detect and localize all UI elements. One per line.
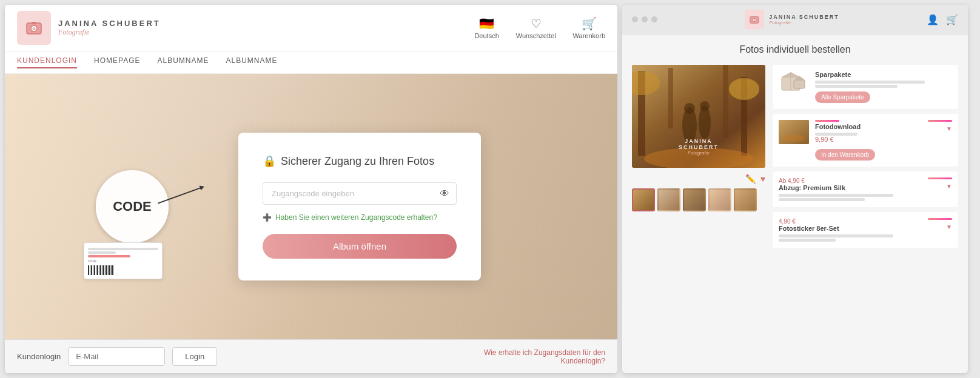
sparpakete-title: Sparpakete — [815, 71, 952, 78]
expand-icon[interactable]: ▼ — [946, 125, 952, 132]
expand-icon-sticker[interactable]: ▼ — [946, 224, 952, 230]
logo-area: JANINA SCHUBERT Fotografie — [17, 11, 161, 45]
premium-silk-title: Abzug: Premium Silk — [779, 184, 922, 191]
thumbnail-5[interactable] — [734, 188, 757, 211]
right-header: JANINA SCHUBERT Fotografie 👤 🛒 — [622, 5, 968, 35]
thumbnail-3[interactable] — [683, 188, 706, 211]
right-header-icons: 👤 🛒 — [927, 14, 958, 25]
right-content: Fotos individuell bestellen — [622, 35, 968, 373]
right-brand-subtitle: Fotografie — [769, 20, 839, 25]
right-logo-area: JANINA SCHUBERT Fotografie — [745, 10, 839, 29]
thumbnail-strip — [632, 188, 765, 211]
code-card: CODE — [84, 242, 163, 279]
line-1 — [779, 234, 893, 237]
background-area: CODE CODE 🔒 S — [5, 74, 617, 339]
fotodownload-image — [779, 120, 809, 144]
open-album-button[interactable]: Album öffnen — [263, 234, 457, 259]
footer-login-button[interactable]: Login — [172, 347, 217, 366]
alle-sparpakete-button[interactable]: Alle Sparpakete — [815, 91, 870, 103]
footer-login-area: Kundenlogin Login — [17, 347, 217, 366]
user-icon[interactable]: 👤 — [927, 14, 939, 25]
right-brand-text: JANINA SCHUBERT Fotografie — [769, 14, 839, 25]
footer-help-text: Wie erhalte ich Zugangsdaten für den Kun… — [484, 348, 605, 365]
product-right: Sparpakete Alle Sparpakete — [773, 65, 958, 253]
header-right: 🇩🇪 Deutsch ♡ Wunschzettel 🛒 Warenkorb — [474, 16, 605, 39]
cart-icon-right[interactable]: 🛒 — [946, 14, 958, 25]
product-card-premium-silk: Ab 4,90 € Abzug: Premium Silk ▼ — [773, 171, 958, 207]
line-2 — [779, 239, 836, 242]
premium-silk-info: Ab 4,90 € Abzug: Premium Silk — [779, 177, 922, 201]
fotodownload-title: Fotodownload — [815, 123, 922, 130]
wishlist-label: Wunschzettel — [516, 32, 556, 39]
svg-point-19 — [700, 101, 710, 111]
line-1 — [815, 81, 925, 84]
right-brand-name: JANINA SCHUBERT — [769, 14, 839, 20]
window-close-dot — [632, 16, 638, 22]
fotosticker-divider — [928, 218, 952, 220]
navigation: KUNDENLOGIN HOMEPAGE ALBUMNAME ALBUMNAME — [5, 51, 617, 74]
heart-icon: ♡ — [531, 16, 542, 31]
sparpakete-icon — [779, 71, 809, 95]
premium-silk-price: Ab 4,90 € — [779, 177, 922, 184]
fotodownload-divider — [815, 120, 839, 122]
fotosticker-price: 4,90 € — [779, 218, 922, 225]
line-2 — [815, 85, 898, 88]
fotosticker-info: 4,90 € Fotosticker 8er-Set — [779, 218, 922, 242]
svg-rect-12 — [723, 65, 728, 138]
nav-albumname-1[interactable]: ALBUMNAME — [157, 56, 209, 68]
premium-silk-right: ▼ — [928, 177, 952, 190]
premium-silk-divider — [928, 177, 952, 179]
access-code-input[interactable] — [263, 182, 457, 205]
line-2 — [779, 198, 865, 201]
brand-text: JANINA SCHUBERT Fotografie — [58, 19, 161, 37]
footer-login-label: Kundenlogin — [17, 352, 61, 361]
thumbnail-1[interactable] — [632, 188, 655, 211]
cart-label: Warenkorb — [573, 32, 605, 39]
line-1 — [779, 194, 893, 197]
thumbnail-2[interactable] — [657, 188, 680, 211]
modal-title: 🔒 Sicherer Zugang zu Ihren Fotos — [263, 154, 457, 168]
right-body: JANINA SCHUBERT Fotografie ✏️ ♥ — [632, 65, 958, 253]
access-code-field-wrap: 👁 — [263, 182, 457, 205]
nav-kundenlogin[interactable]: KUNDENLOGIN — [17, 56, 77, 68]
favorite-icon[interactable]: ♥ — [760, 174, 765, 184]
svg-point-14 — [729, 78, 759, 100]
nav-homepage[interactable]: HOMEPAGE — [94, 56, 140, 68]
expand-icon-silk[interactable]: ▼ — [946, 183, 952, 190]
fotosticker-right: ▼ — [928, 218, 952, 230]
thumbnail-4[interactable] — [708, 188, 731, 211]
lock-icon: 🔒 — [263, 154, 276, 168]
window-expand-dot — [651, 16, 657, 22]
edit-icon[interactable]: ✏️ — [745, 174, 756, 184]
cart-button[interactable]: 🛒 Warenkorb — [573, 16, 605, 39]
brand-name: JANINA SCHUBERT — [58, 19, 161, 28]
fotodownload-right-divider — [928, 120, 952, 122]
product-actions: ✏️ ♥ — [632, 174, 765, 184]
premium-silk-lines — [779, 194, 922, 201]
product-card-sparpakete: Sparpakete Alle Sparpakete — [773, 65, 958, 109]
window-controls — [632, 16, 657, 22]
svg-point-6 — [754, 19, 756, 21]
overlay-brand-subtitle: Fotografie — [665, 150, 732, 156]
product-card-fotodownload: Fotodownload 9,90 € In den Warenkorb ▼ — [773, 114, 958, 167]
footer-email-input[interactable] — [68, 347, 165, 366]
flag-icon: 🇩🇪 — [479, 16, 494, 31]
overlay-brand-name: JANINA SCHUBERT — [665, 138, 732, 150]
header: JANINA SCHUBERT Fotografie 🇩🇪 Deutsch ♡ … — [5, 5, 617, 51]
nav-albumname-2[interactable]: ALBUMNAME — [226, 56, 278, 68]
code-circle: CODE — [96, 170, 169, 243]
plus-icon: ➕ — [263, 213, 272, 222]
window-minimize-dot — [642, 16, 648, 22]
svg-point-18 — [684, 103, 695, 114]
overlay-brand: JANINA SCHUBERT Fotografie — [665, 138, 732, 156]
cart-icon: 🛒 — [582, 16, 597, 31]
right-logo-icon — [745, 10, 764, 29]
language-selector[interactable]: 🇩🇪 Deutsch — [474, 16, 498, 39]
in-den-warenkorb-button[interactable]: In den Warenkorb — [815, 149, 875, 161]
svg-rect-3 — [32, 22, 36, 24]
additional-code-link[interactable]: ➕ Haben Sie einen weiteren Zugangscode e… — [263, 213, 457, 222]
fotosticker-title: Fotosticker 8er-Set — [779, 225, 922, 232]
product-main-image: JANINA SCHUBERT Fotografie — [632, 65, 765, 168]
wishlist-button[interactable]: ♡ Wunschzettel — [516, 16, 556, 39]
eye-icon[interactable]: 👁 — [440, 188, 449, 199]
